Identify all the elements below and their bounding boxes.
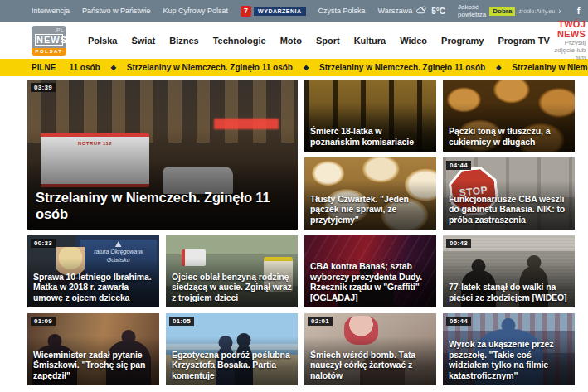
video-title: Ojciec oblał benzyną rodzinę siedzącą w … (172, 272, 292, 303)
video-title: Sprawa 10-letniego Ibrahima. Matka w 201… (33, 272, 153, 303)
facebook-icon[interactable]: f (574, 6, 584, 16)
nav-polska[interactable]: Polska (88, 36, 117, 46)
child-shape (344, 316, 378, 345)
diamond-separator-icon: ◆ (111, 64, 116, 71)
diamond-separator-icon: ◆ (496, 64, 501, 71)
weather-temp: 5°C (431, 7, 445, 16)
main-nav: Polska Świat Biznes Technologie Moto Spo… (88, 36, 550, 46)
air-quality-badge: Dobra (489, 7, 515, 16)
video-title: Śmierć 18-latka w poznańskim komisariaci… (310, 126, 430, 148)
video-card[interactable]: 02:01 Śmiech wśród bomb. Tata nauczył có… (304, 313, 436, 385)
video-title: CBA kontra Banaś; sztab wyborczy prezyde… (310, 261, 430, 303)
video-duration-badge: 01:05 (169, 317, 194, 326)
video-title: Wiceminister zadał pytanie Śmiszkowi. "T… (33, 350, 153, 381)
video-duration-badge: 02:01 (308, 317, 333, 326)
nav-sport[interactable]: Sport (316, 36, 340, 46)
topbar-link-panstwo-w-panstwie[interactable]: Państwo w Państwie (82, 7, 151, 15)
video-title: 77-latek stanął do walki na pięści ze zł… (449, 282, 569, 303)
video-title: Funkcjonariusze CBA weszli do gabinetu B… (449, 194, 569, 225)
video-duration-badge: 04:44 (446, 161, 471, 170)
nav-biznes[interactable]: Biznes (169, 36, 198, 46)
logo-pl-text: .PL (34, 27, 64, 33)
top-bar: Interwencja Państwo w Państwie Kup Cyfro… (0, 0, 588, 22)
nav-technologie[interactable]: Technologie (213, 36, 266, 46)
video-duration-badge: 03:39 (31, 83, 56, 92)
video-duration-badge: 00:43 (446, 239, 471, 248)
nav-swiat[interactable]: Świat (131, 36, 155, 46)
chevron-right-icon: › (558, 7, 561, 16)
video-card[interactable]: 01:05 Egzotyczna podróż poślubna Krzyszt… (166, 313, 298, 385)
vehicle-shape (182, 249, 206, 265)
weather-cloud-icon (415, 6, 428, 16)
nav-programy[interactable]: Programy (441, 36, 484, 46)
polsat-news-logo[interactable]: .PL NEWS POLSAT (32, 26, 66, 56)
logo-news-text: NEWS (35, 34, 63, 46)
site-header: .PL NEWS POLSAT Polska Świat Biznes Tech… (0, 22, 588, 59)
video-grid: NOTRUF 112 03:39 Strzelaniny w Niemczech… (27, 80, 575, 385)
air-quality-label: Jakość powietrza (458, 3, 486, 18)
main-content: NOTRUF 112 03:39 Strzelaniny w Niemczech… (0, 76, 588, 385)
video-title: Śmiech wśród bomb. Tata nauczył córkę ża… (310, 350, 430, 381)
ambulance-shape: NOTRUF 112 (41, 133, 148, 187)
nav-program-tv[interactable]: Program TV (498, 36, 549, 46)
twoj-news-subtitle: Przyślij zdjęcie lub film (550, 39, 586, 61)
air-quality-source: źródło:Airly.eu (518, 8, 555, 14)
ticker-fragment[interactable]: 11 osób (69, 63, 100, 72)
logo-top: .PL NEWS (32, 26, 66, 48)
nav-kultura[interactable]: Kultura (354, 36, 386, 46)
breaking-news-ticker: PILNE 11 osób ◆ Strzelaniny w Niemczech.… (0, 59, 588, 76)
video-card[interactable]: Tłusty Czwartek. "Jeden pączek nie spraw… (304, 157, 436, 230)
pilne-label: PILNE (32, 63, 56, 72)
video-title: Wyrok za ukąszenie przez pszczołę. "Taki… (449, 339, 569, 381)
air-quality-widget[interactable]: Jakość powietrza Dobra źródło:Airly.eu › (458, 3, 561, 18)
video-title: Pączki toną w tłuszczu, a cukiernicy w d… (449, 126, 569, 148)
social-links: f (574, 6, 588, 16)
ticker-item[interactable]: Strzelaniny w Niemczech. Zginęło 11 osób (319, 63, 485, 72)
topbar-link-kup-cyfrowy-polsat[interactable]: Kup Cyfrowy Polsat (163, 7, 229, 15)
video-duration-badge: 01:09 (31, 317, 56, 326)
nav-moto[interactable]: Moto (280, 36, 302, 46)
video-card[interactable]: 00:43 77-latek stanął do walki na pięści… (443, 235, 575, 307)
weather-city: Warszawa (378, 7, 413, 15)
twoj-news-button[interactable]: TWÓJ NEWS Przyślij zdjęcie lub film › (550, 19, 588, 61)
video-card[interactable]: 05:44 Wyrok za ukąszenie przez pszczołę.… (443, 313, 575, 385)
logo-polsat-text: POLSAT (32, 48, 66, 56)
video-card[interactable]: CBA kontra Banaś; sztab wyborczy prezyde… (304, 235, 436, 307)
video-card[interactable]: Śmierć 18-latka w poznańskim komisariaci… (304, 80, 436, 152)
featured-video-card[interactable]: NOTRUF 112 03:39 Strzelaniny w Niemczech… (27, 80, 298, 230)
video-card[interactable]: Pączki toną w tłuszczu, a cukiernicy w d… (443, 80, 575, 152)
video-duration-badge: 05:44 (446, 317, 471, 326)
video-card[interactable]: ratura Okręgowa w Gdańsku 00:33 Sprawa 1… (27, 235, 159, 307)
neon-sign-shape (214, 119, 279, 129)
nav-wideo[interactable]: Wideo (400, 36, 427, 46)
wydarzenia-label: WYDARZENIA (254, 7, 305, 16)
twoj-news-title: TWÓJ NEWS (550, 19, 586, 39)
video-title: Tłusty Czwartek. "Jeden pączek nie spraw… (310, 194, 430, 225)
weather-widget[interactable]: Warszawa 5°C (378, 6, 445, 16)
topbar-link-czysta-polska[interactable]: Czysta Polska (318, 7, 366, 15)
wydarzenia-link[interactable]: 7 WYDARZENIA (241, 6, 305, 17)
wydarzenia-logo-icon: 7 (241, 6, 251, 17)
ticker-item[interactable]: Strzelaniny w Niemczech. Zginęło 11 osób (512, 63, 588, 72)
diamond-separator-icon: ◆ (304, 64, 309, 71)
video-card[interactable]: Ojciec oblał benzyną rodzinę siedzącą w … (166, 235, 298, 307)
ticker-item[interactable]: Strzelaniny w Niemczech. Zginęło 11 osób (127, 63, 293, 72)
topbar-link-interwencja[interactable]: Interwencja (32, 7, 70, 15)
video-title: Egzotyczna podróż poślubna Krzysztofa Bo… (172, 350, 292, 381)
video-title: Strzelaniny w Niemczech. Zginęło 11 osób (36, 190, 273, 222)
ambulance-photo-text: NOTRUF 112 (78, 141, 112, 146)
video-card[interactable]: 01:09 Wiceminister zadał pytanie Śmiszko… (27, 313, 159, 385)
video-card[interactable]: STOP 04:44 Funkcjonariusze CBA weszli do… (443, 157, 575, 230)
video-duration-badge: 00:33 (31, 239, 56, 248)
